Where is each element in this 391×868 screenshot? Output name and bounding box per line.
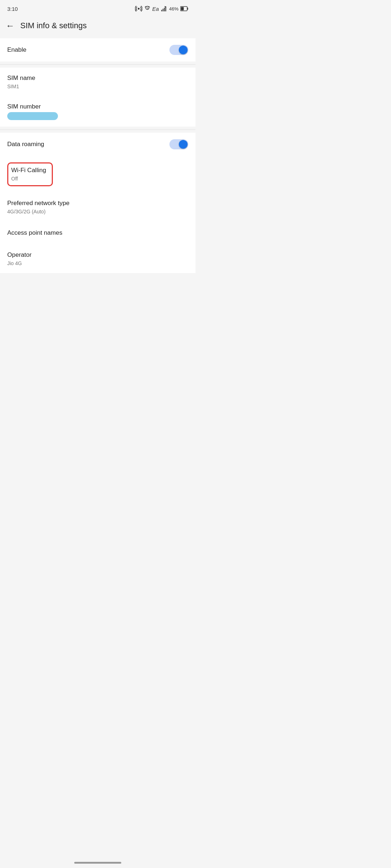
section-network: Data roaming Wi-Fi Calling Off Preferred… [0, 133, 196, 273]
access-point-item[interactable]: Access point names [7, 221, 188, 244]
data-roaming-content: Data roaming [7, 140, 169, 148]
svg-rect-1 [161, 10, 162, 12]
operator-title: Operator [7, 251, 188, 259]
operator-item[interactable]: Operator Jio 4G [7, 244, 188, 273]
status-time: 3:10 [7, 6, 18, 12]
sim-name-item[interactable]: SIM name SIM1 [7, 68, 188, 96]
divider-2 [0, 129, 196, 130]
sim-name-title: SIM name [7, 74, 188, 82]
battery-percent: 46% [169, 6, 178, 12]
operator-content: Operator Jio 4G [7, 251, 188, 267]
svg-rect-2 [163, 9, 163, 12]
svg-rect-3 [164, 8, 165, 12]
data-roaming-title: Data roaming [7, 140, 169, 148]
wifi-calling-highlight-box[interactable]: Wi-Fi Calling Off [7, 162, 53, 186]
wifi-calling-item[interactable]: Wi-Fi Calling Off [7, 156, 188, 192]
data-roaming-item[interactable]: Data roaming [7, 133, 188, 156]
sim-number-redacted [7, 112, 58, 120]
section-enable: Enable [0, 38, 196, 61]
sim-name-value: SIM1 [7, 83, 188, 90]
page-title: SIM info & settings [20, 21, 87, 30]
preferred-network-value: 4G/3G/2G (Auto) [7, 208, 188, 215]
wifi-calling-title: Wi-Fi Calling [11, 166, 46, 174]
sim-number-content: SIM number [7, 103, 188, 120]
data-roaming-toggle[interactable] [169, 139, 188, 149]
svg-point-0 [138, 8, 139, 10]
sim-number-item[interactable]: SIM number [7, 96, 188, 127]
sim-number-title: SIM number [7, 103, 188, 111]
svg-rect-6 [188, 8, 188, 10]
wifi-calling-status: Off [11, 175, 46, 182]
access-point-title: Access point names [7, 229, 188, 237]
back-button[interactable]: ← [6, 21, 14, 30]
wifi-calling-content: Wi-Fi Calling Off [11, 166, 46, 182]
broadcast-icon [135, 5, 142, 12]
battery-icon [180, 6, 188, 11]
sim-name-content: SIM name SIM1 [7, 74, 188, 90]
operator-value: Jio 4G [7, 260, 188, 267]
status-icons: Ea 46% [135, 5, 188, 12]
enable-item[interactable]: Enable [7, 38, 188, 61]
status-bar: 3:10 Ea [0, 0, 196, 16]
enable-content: Enable [7, 46, 169, 54]
enable-title: Enable [7, 46, 169, 54]
alarm-icon [144, 5, 151, 12]
preferred-network-item[interactable]: Preferred network type 4G/3G/2G (Auto) [7, 193, 188, 221]
signal-icon [161, 5, 167, 12]
preferred-network-content: Preferred network type 4G/3G/2G (Auto) [7, 199, 188, 215]
svg-rect-7 [181, 7, 184, 10]
access-point-content: Access point names [7, 229, 188, 237]
volte-icon: Ea [152, 6, 159, 12]
section-sim-info: SIM name SIM1 SIM number [0, 68, 196, 127]
divider-1 [0, 64, 196, 65]
enable-toggle[interactable] [169, 45, 188, 55]
header: ← SIM info & settings [0, 16, 196, 35]
preferred-network-title: Preferred network type [7, 199, 188, 207]
